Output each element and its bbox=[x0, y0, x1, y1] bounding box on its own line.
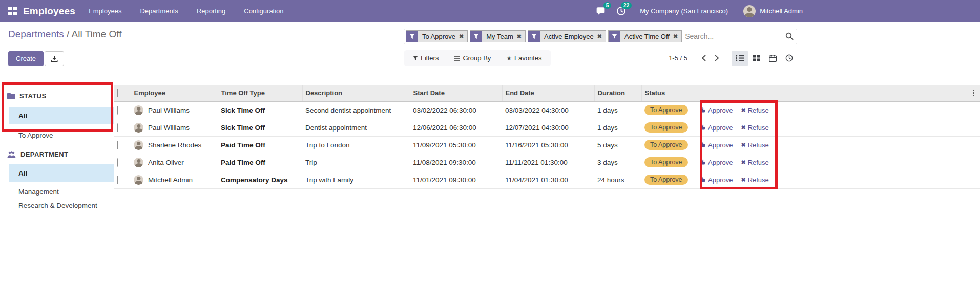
company-switcher[interactable]: My Company (San Francisco) bbox=[640, 7, 728, 15]
app-title: Employees bbox=[23, 6, 75, 17]
facet-to-approve: To Approve ✖ bbox=[406, 30, 468, 42]
chat-bubble-icon bbox=[596, 7, 606, 15]
approve-button[interactable]: Approve bbox=[700, 176, 733, 184]
list-icon bbox=[736, 55, 744, 61]
refuse-button[interactable]: ✖Refuse bbox=[741, 159, 768, 166]
facet-my-team: My Team ✖ bbox=[470, 30, 526, 42]
pager-previous-button[interactable] bbox=[697, 52, 710, 65]
approve-button[interactable]: Approve bbox=[700, 159, 733, 166]
employee-avatar bbox=[134, 175, 143, 185]
menu-employees[interactable]: Employees bbox=[89, 7, 121, 15]
sidebar-item-department-management[interactable]: Management bbox=[9, 185, 114, 199]
select-all-checkbox[interactable] bbox=[117, 89, 118, 97]
status-badge: To Approve bbox=[644, 122, 688, 133]
facet-active-employee: Active Employee ✖ bbox=[528, 30, 606, 42]
sidebar-item-status-all[interactable]: All bbox=[9, 107, 114, 124]
sidebar-item-department-all[interactable]: All bbox=[9, 164, 114, 182]
employee-avatar bbox=[134, 158, 143, 167]
column-header-start-date[interactable]: Start Date bbox=[410, 85, 502, 101]
favorites-button[interactable]: ★ Favorites bbox=[506, 54, 541, 62]
breadcrumb-parent[interactable]: Departments bbox=[8, 29, 64, 39]
user-name: Mitchell Admin bbox=[760, 7, 803, 15]
menu-reporting[interactable]: Reporting bbox=[197, 7, 225, 15]
activity-clock-icon bbox=[785, 54, 793, 62]
menu-departments[interactable]: Departments bbox=[140, 7, 178, 15]
employee-avatar bbox=[134, 123, 143, 133]
approve-button[interactable]: Approve bbox=[700, 106, 733, 114]
sidebar-section-department: DEPARTMENT bbox=[0, 150, 114, 158]
remove-facet-icon[interactable]: ✖ bbox=[459, 31, 467, 42]
refuse-button[interactable]: ✖Refuse bbox=[741, 141, 768, 149]
remove-facet-icon[interactable]: ✖ bbox=[673, 31, 681, 42]
x-icon: ✖ bbox=[741, 107, 745, 114]
filters-button[interactable]: Filters bbox=[413, 54, 439, 62]
approve-button[interactable]: Approve bbox=[700, 124, 733, 132]
employee-avatar bbox=[134, 140, 143, 150]
download-icon bbox=[51, 55, 58, 62]
table-row[interactable]: Paul Williams Sick Time Off Second denti… bbox=[114, 101, 980, 119]
table-row[interactable]: Paul Williams Sick Time Off Dentist appo… bbox=[114, 119, 980, 136]
search-bar: To Approve ✖ My Team ✖ Active Employee ✖… bbox=[404, 29, 797, 44]
row-checkbox[interactable] bbox=[117, 106, 118, 115]
table-row[interactable]: Anita Oliver Paid Time Off Trip 11/08/20… bbox=[114, 154, 980, 171]
refuse-button[interactable]: ✖Refuse bbox=[741, 106, 768, 114]
group-by-icon bbox=[454, 56, 460, 61]
control-panel: Departments / All Time Off Create To App… bbox=[0, 22, 980, 78]
column-header-type[interactable]: Time Off Type bbox=[218, 85, 302, 101]
activities-button[interactable]: 22 bbox=[614, 5, 628, 17]
messages-count-badge: 5 bbox=[603, 2, 612, 9]
sidebar-section-status: STATUS bbox=[0, 92, 114, 100]
sidebar-item-status-to-approve[interactable]: To Approve bbox=[9, 128, 114, 142]
menu-configuration[interactable]: Configuration bbox=[244, 7, 283, 15]
folder-icon bbox=[7, 93, 15, 99]
top-navbar: Employees Employees Departments Reportin… bbox=[0, 0, 980, 22]
messages-button[interactable]: 5 bbox=[594, 5, 607, 17]
status-badge: To Approve bbox=[644, 140, 688, 150]
time-off-list: Employee Time Off Type Description Start… bbox=[114, 78, 980, 281]
row-checkbox[interactable] bbox=[117, 141, 118, 149]
column-options-icon[interactable] bbox=[970, 90, 977, 96]
column-header-end-date[interactable]: End Date bbox=[502, 85, 594, 101]
refuse-button[interactable]: ✖Refuse bbox=[741, 124, 768, 132]
table-row[interactable]: Mitchell Admin Compensatory Days Trip wi… bbox=[114, 171, 980, 188]
sidebar: STATUS All To Approve DEPARTMENT All Man… bbox=[0, 78, 114, 281]
calendar-icon bbox=[769, 55, 777, 62]
column-header-filler bbox=[779, 85, 967, 101]
table-row[interactable]: Sharlene Rhodes Paid Time Off Trip to Lo… bbox=[114, 136, 980, 154]
kanban-view-button[interactable] bbox=[748, 51, 764, 66]
employee-avatar bbox=[134, 105, 143, 115]
list-view-button[interactable] bbox=[732, 51, 748, 66]
table-header-row: Employee Time Off Type Description Start… bbox=[114, 85, 980, 101]
remove-facet-icon[interactable]: ✖ bbox=[597, 31, 606, 42]
group-by-button[interactable]: Group By bbox=[454, 54, 491, 62]
activity-view-button[interactable] bbox=[781, 51, 797, 66]
activities-count-badge: 22 bbox=[621, 2, 632, 9]
calendar-view-button[interactable] bbox=[764, 51, 781, 66]
column-header-duration[interactable]: Duration bbox=[594, 85, 641, 101]
row-checkbox[interactable] bbox=[117, 123, 118, 132]
approve-button[interactable]: Approve bbox=[700, 141, 733, 149]
funnel-icon bbox=[413, 56, 418, 60]
filter-funnel-icon bbox=[609, 31, 620, 42]
pager-counter: 1-5 / 5 bbox=[669, 54, 687, 62]
column-header-status[interactable]: Status bbox=[641, 85, 697, 101]
status-badge: To Approve bbox=[644, 175, 688, 185]
page-title: All Time Off bbox=[72, 29, 122, 39]
remove-facet-icon[interactable]: ✖ bbox=[517, 31, 525, 42]
user-menu[interactable]: Mitchell Admin bbox=[743, 5, 803, 17]
refuse-button[interactable]: ✖Refuse bbox=[741, 176, 768, 184]
search-options-panel: Filters Group By ★ Favorites bbox=[404, 50, 551, 66]
create-button[interactable]: Create bbox=[8, 51, 44, 66]
pager-next-button[interactable] bbox=[710, 52, 723, 65]
sidebar-item-department-rnd[interactable]: Research & Development bbox=[9, 199, 114, 212]
column-header-description[interactable]: Description bbox=[302, 85, 410, 101]
row-checkbox[interactable] bbox=[117, 176, 118, 184]
breadcrumb: Departments / All Time Off bbox=[8, 29, 121, 40]
status-badge: To Approve bbox=[644, 157, 688, 167]
apps-menu-icon[interactable] bbox=[8, 7, 17, 15]
export-button[interactable] bbox=[45, 51, 64, 66]
search-input[interactable] bbox=[684, 32, 785, 40]
search-icon[interactable] bbox=[785, 32, 794, 40]
column-header-employee[interactable]: Employee bbox=[131, 85, 218, 101]
row-checkbox[interactable] bbox=[117, 158, 118, 167]
